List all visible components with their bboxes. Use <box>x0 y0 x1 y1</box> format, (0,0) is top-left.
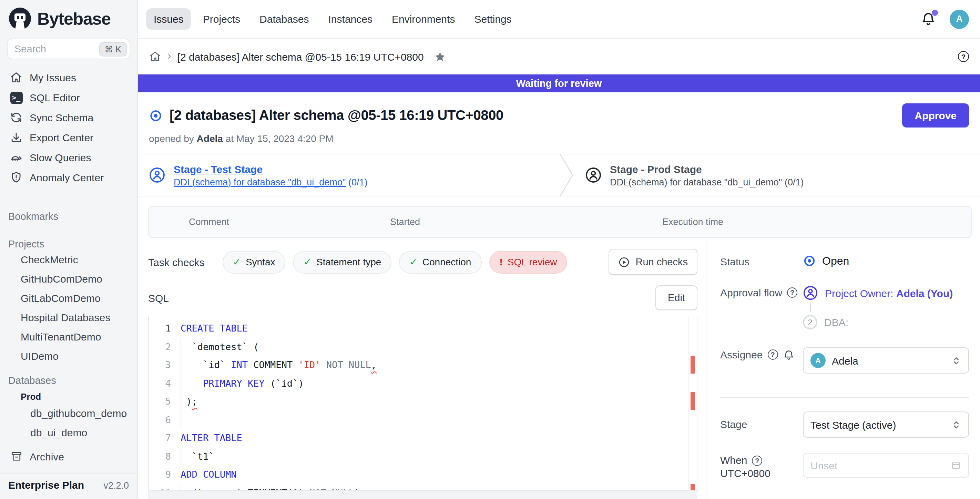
top-nav: IssuesProjectsDatabasesInstancesEnvironm… <box>146 8 519 30</box>
sidebar-project-item[interactable]: UIDemo <box>0 346 137 365</box>
sidebar-project-item[interactable]: GitLabComDemo <box>0 288 137 307</box>
sql-token: ; <box>192 396 197 407</box>
check-pill-syntax[interactable]: ✓Syntax <box>222 251 285 273</box>
sidebar-item-label: Sync Schema <box>30 112 93 123</box>
sql-token: COMMENT <box>248 359 298 370</box>
breadcrumb-title[interactable]: [2 databases] Alter schema @05-15 16:19 … <box>177 51 424 62</box>
approver-name: Adela (You) <box>896 287 953 299</box>
sidebar-item-archive[interactable]: Archive <box>0 446 137 467</box>
check-pill-sql-review[interactable]: !SQL review <box>489 251 567 273</box>
search-box[interactable]: ⌘ K <box>7 38 130 59</box>
sql-token: NOT NULL <box>320 359 371 370</box>
sidebar-item-sql-editor[interactable]: >_SQL Editor <box>0 87 137 108</box>
stage-person-icon <box>585 167 601 183</box>
sidebar-project-item[interactable]: Hospital Databases <box>0 307 137 327</box>
run-checks-button[interactable]: Run checks <box>609 249 697 275</box>
check-pill-connection[interactable]: ✓Connection <box>399 251 481 273</box>
sidebar-section-databases: Databases <box>0 375 137 386</box>
plan-version: v2.2.0 <box>103 480 129 491</box>
stage-select[interactable]: Test Stage (active) <box>803 412 969 438</box>
turtle-icon <box>10 151 23 164</box>
stage-title-link[interactable]: Stage - Test Stage <box>174 163 368 175</box>
code-text: ADD COLUMN <box>181 465 237 483</box>
sql-token: (`id`) <box>265 377 304 388</box>
approval-help-icon[interactable]: ? <box>787 288 797 298</box>
top-nav-databases[interactable]: Databases <box>252 8 316 30</box>
sidebar-item-sync-schema[interactable]: Sync Schema <box>0 108 137 127</box>
sql-token: 1 <box>293 487 298 491</box>
help-icon[interactable]: ? <box>958 51 969 62</box>
home-icon[interactable] <box>149 50 161 63</box>
sidebar-item-my-issues[interactable]: My Issues <box>0 68 137 87</box>
sql-token: `t1` <box>181 450 214 461</box>
when-placeholder: Unset <box>810 459 837 471</box>
sidebar-project-item[interactable]: MultiTenantDemo <box>0 327 137 346</box>
top-nav-settings[interactable]: Settings <box>466 8 519 30</box>
sidebar-database-item[interactable]: db_githubcom_demo <box>0 403 137 423</box>
terminal-icon: >_ <box>10 91 23 104</box>
search-input[interactable] <box>14 43 99 54</box>
check-pill-label: Connection <box>422 256 471 267</box>
edit-sql-button[interactable]: Edit <box>655 285 697 310</box>
sidebar-project-item[interactable]: GitHubComDemo <box>0 269 137 288</box>
check-pill-statement-type[interactable]: ✓Statement type <box>293 251 392 273</box>
code-line: 4 PRIMARY KEY (`id`) <box>149 374 697 392</box>
sidebar-item-label: My Issues <box>30 72 76 83</box>
sidebar-databases-list: db_githubcom_demodb_ui_demo <box>0 403 137 442</box>
assignee-bell-icon[interactable] <box>783 350 794 361</box>
when-datetime-input[interactable]: Unset <box>803 453 969 478</box>
sidebar-nav: My Issues>_SQL EditorSync SchemaExport C… <box>0 68 137 188</box>
stage-task-progress: (0/1) <box>782 177 803 187</box>
stage-task-link[interactable]: DDL(schema) for database "db_ui_demo" <box>174 177 345 187</box>
approval-step-current[interactable]: Project Owner: Adela (You) <box>803 285 969 300</box>
top-nav-issues[interactable]: Issues <box>146 8 191 30</box>
code-line: 8 `t1` <box>149 447 697 465</box>
line-number: 2 <box>149 337 181 356</box>
star-icon[interactable] <box>434 51 446 62</box>
line-number: 4 <box>149 374 181 392</box>
user-avatar[interactable]: A <box>950 9 969 29</box>
task-check-pills: ✓Syntax✓Statement type✓Connection!SQL re… <box>222 251 567 273</box>
indent-guide-icon <box>181 392 181 410</box>
sidebar-item-slow-queries[interactable]: Slow Queries <box>0 148 137 167</box>
sql-token: NOT NULL <box>309 487 354 491</box>
stage-card-test[interactable]: Stage - Test Stage DDL(schema) for datab… <box>138 154 559 196</box>
stage-card-prod[interactable]: Stage - Prod Stage DDL(schema) for datab… <box>559 154 803 196</box>
assignee-help-icon[interactable]: ? <box>767 350 778 360</box>
notifications-bell-icon[interactable] <box>921 11 936 27</box>
issue-author[interactable]: Adela <box>197 133 223 144</box>
panel-divider <box>720 397 969 398</box>
archive-icon <box>10 450 23 463</box>
sidebar-item-label: Anomaly Center <box>30 172 104 183</box>
assignee-label: Assignee <box>720 349 762 361</box>
sidebar-database-item[interactable]: db_ui_demo <box>0 423 137 442</box>
check-pill-label: Syntax <box>246 256 275 267</box>
when-help-icon[interactable]: ? <box>752 455 762 466</box>
error-ruler-mark <box>690 392 695 410</box>
assignee-select[interactable]: A Adela <box>803 347 969 373</box>
top-nav-projects[interactable]: Projects <box>196 8 248 30</box>
sidebar-item-anomaly-center[interactable]: Anomaly Center <box>0 167 137 188</box>
home-icon <box>10 71 23 84</box>
sql-token: `demotest` ( <box>181 341 259 352</box>
issue-meta: opened by Adela at May 15, 2023 4:20 PM <box>138 127 980 144</box>
sql-editor[interactable]: 1CREATE TABLE2 `demotest` (3 `id` INT CO… <box>148 316 697 491</box>
status-row: Status Open <box>720 254 969 267</box>
code-line: 6 <box>149 410 697 429</box>
stage-task: DDL(schema) for database "db_ui_demo" <box>610 177 782 187</box>
top-nav-environments[interactable]: Environments <box>384 8 463 30</box>
approve-button[interactable]: Approve <box>902 103 969 127</box>
sidebar-project-item[interactable]: CheckMetric <box>0 249 137 269</box>
top-nav-instances[interactable]: Instances <box>321 8 380 30</box>
sidebar-item-export-center[interactable]: Export Center <box>0 127 137 148</box>
approval-flow-row: Approval flow ? Project Owner: Adela (Yo… <box>720 285 969 329</box>
task-table-header: CommentStartedExecution time <box>148 206 972 238</box>
sql-token: ) <box>298 487 309 491</box>
sidebar-item-label: Slow Queries <box>30 152 91 163</box>
sql-token <box>181 377 203 388</box>
plan-row[interactable]: Enterprise Plan v2.2.0 <box>0 473 137 499</box>
sql-token: ; <box>360 487 365 491</box>
brand-logo[interactable]: Bytebase <box>0 0 137 35</box>
task-checks-label: Task checks <box>148 256 204 268</box>
line-number: 7 <box>149 429 181 447</box>
